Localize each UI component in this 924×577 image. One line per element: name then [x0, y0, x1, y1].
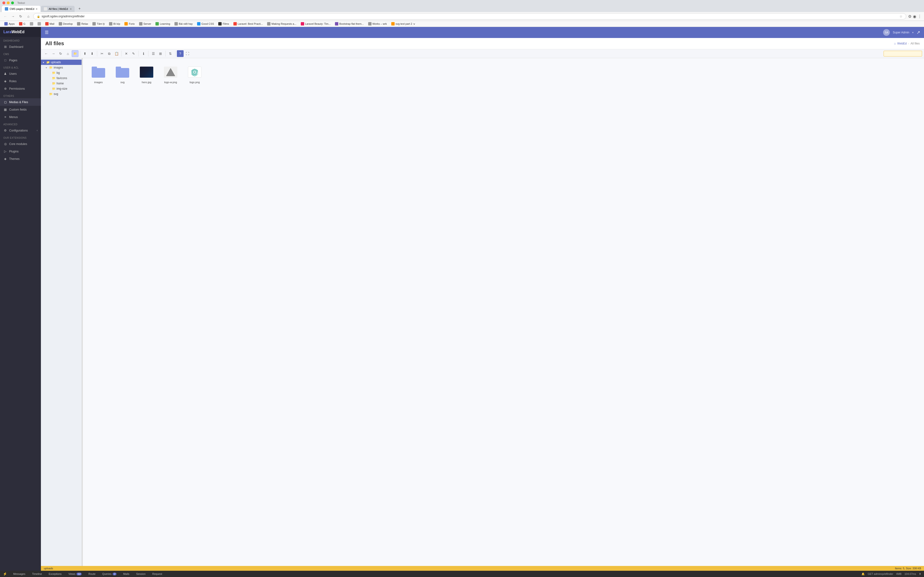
fm-sort-button[interactable]: ⇅ [167, 50, 174, 57]
tree-item-imgsize[interactable]: 📁 img-size [41, 86, 82, 91]
breadcrumb-webed-link[interactable]: WebEd [897, 42, 907, 45]
sidebar-item-pages[interactable]: □ Pages [0, 56, 41, 64]
bookmark-learning[interactable]: Learning [153, 22, 172, 26]
back-button[interactable]: ← [2, 13, 8, 19]
tab-cms-pages[interactable]: CMS pages | WebEd ✕ [2, 6, 40, 12]
sidebar-item-coremodules[interactable]: ◎ Core modules [0, 140, 41, 148]
sidebar-item-configurations[interactable]: ⚙ Configurations ‹ [0, 127, 41, 134]
bk4-icon [37, 22, 41, 26]
bookmark-mail[interactable]: Mail [43, 22, 56, 26]
sidebar-item-customfields[interactable]: ▦ Custom fields [0, 106, 41, 113]
bookmark-g[interactable]: G [17, 22, 27, 26]
maximize-btn[interactable] [11, 2, 14, 4]
fm-copy-button[interactable]: ⧉ [106, 50, 113, 57]
fm-extract-button[interactable]: ⬇ [89, 50, 95, 57]
file-item-hero-jpg[interactable]: hero.jpg [136, 63, 157, 85]
bookmark-bootstrap[interactable]: Bootstrap flat them... [333, 22, 366, 26]
admin-name[interactable]: Super Admin [893, 31, 909, 34]
bookmark-bk3[interactable] [28, 22, 35, 26]
sidebar-item-dashboard[interactable]: ⊞ Dashboard [0, 43, 41, 50]
fm-search-input[interactable] [884, 51, 922, 56]
fm-help-button[interactable]: ? [177, 50, 184, 57]
bookmark-goodcss[interactable]: Good CSS [195, 22, 216, 26]
bookmark-server[interactable]: Server [137, 22, 153, 26]
sidebar-item-users[interactable]: ♟ Users [0, 70, 41, 77]
fm-info-button[interactable]: ℹ [140, 50, 147, 57]
bookmark-laravel1[interactable]: Laravel: Best Practi... [231, 22, 265, 26]
url-bar[interactable]: 🔒 sgsoft.sgdev.org/admincp/elfinder ☆ [33, 13, 906, 19]
fm-home-button[interactable]: ⌂ [65, 50, 71, 57]
debug-messages[interactable]: Messages [12, 572, 27, 576]
share-button[interactable]: ↗ [916, 30, 920, 35]
debug-icons: 🔔 [861, 572, 865, 575]
file-item-logo-png[interactable]: logo.png [184, 63, 205, 85]
fm-fullscreen-button[interactable]: ⛶ [184, 50, 191, 57]
profile-icon[interactable]: ◉ [913, 14, 916, 19]
debug-route[interactable]: Route [87, 572, 97, 576]
sidebar-item-menus[interactable]: ≡ Menus [0, 113, 41, 121]
bookmark-laravelbeauty[interactable]: Laravel Beauty: Tim... [299, 22, 333, 26]
fm-back-button[interactable]: ← [43, 50, 50, 57]
hamburger-button[interactable]: ☰ [45, 30, 48, 35]
minimize-btn[interactable] [7, 2, 10, 4]
fm-rename-button[interactable]: ✎ [130, 50, 137, 57]
bookmark-develop[interactable]: Develop [57, 22, 74, 26]
debug-queries[interactable]: Queries 2 [101, 572, 118, 576]
folder-icon-bg: 📁 [52, 71, 56, 74]
tab-close-2[interactable]: ✕ [70, 8, 72, 10]
bookmark-svgtext[interactable]: svg text part 2 :v [389, 22, 417, 26]
tree-item-images[interactable]: ▾ 📁 images [41, 65, 82, 70]
file-item-logo-w-png[interactable]: logo-w.png [160, 63, 181, 85]
debug-request[interactable]: Request [151, 572, 164, 576]
extensions-icon[interactable]: ⚙ [908, 14, 911, 19]
bookmark-films[interactable]: Films [216, 22, 231, 26]
debug-views[interactable]: Views 12 [67, 572, 83, 576]
fm-newfolder-button[interactable]: 📁 [72, 50, 78, 57]
tree-item-svg[interactable]: 📁 svg [41, 91, 82, 97]
menu-icon[interactable]: ⋮ [918, 14, 922, 19]
fm-delete-button[interactable]: ✕ [123, 50, 130, 57]
close-btn[interactable] [2, 2, 5, 4]
sidebar-item-permissions[interactable]: ⊛ Permissions [0, 85, 41, 92]
sidebar-item-themes[interactable]: ◈ Themes [0, 155, 41, 163]
reload-button[interactable]: ↻ [18, 13, 24, 19]
bookmark-relax[interactable]: Relax [75, 22, 90, 26]
tab-all-files[interactable]: All files | WebEd ✕ [41, 6, 74, 12]
fm-forward-button[interactable]: → [50, 50, 57, 57]
bookmark-bk4[interactable] [36, 22, 43, 26]
tree-item-uploads[interactable]: ▾ 📁 uploads [41, 60, 82, 65]
forward-button[interactable]: → [10, 13, 16, 19]
bookmark-forix[interactable]: Forix [123, 22, 136, 26]
folder-icon-uploads: 📁 [46, 61, 50, 64]
fm-reload-button[interactable]: ↻ [57, 50, 64, 57]
bookmark-icon[interactable]: ☆ [900, 15, 903, 18]
fm-cut-button[interactable]: ✂ [99, 50, 105, 57]
bookmark-baiviet[interactable]: Bài viết hay [173, 22, 195, 26]
sidebar-item-roles[interactable]: ◈ Roles [0, 77, 41, 85]
tree-item-bg[interactable]: 📁 bg [41, 70, 82, 76]
home-button[interactable]: ⌂ [26, 13, 31, 19]
tree-item-home[interactable]: 📁 home [41, 81, 82, 86]
fm-viewicons-button[interactable]: ⊞ [157, 50, 164, 57]
bookmark-works[interactable]: Works – wrk [366, 22, 389, 26]
debug-mails[interactable]: Mails [122, 572, 131, 576]
file-item-svg-folder[interactable]: svg [111, 63, 133, 85]
fm-upload-button[interactable]: ⬆ [82, 50, 88, 57]
debug-session[interactable]: Session [135, 572, 147, 576]
tab-close-1[interactable]: ✕ [36, 8, 37, 10]
bookmark-tamly[interactable]: Tâm lý [90, 22, 107, 26]
debug-expand-icon[interactable]: ⬆ [919, 572, 921, 575]
bookmark-apps[interactable]: Apps [2, 22, 16, 26]
sidebar-item-plugins[interactable]: ▷ Plugins [0, 148, 41, 155]
sidebar-item-medias[interactable]: ◻ Medias & Files [0, 98, 41, 106]
fm-paste-button[interactable]: 📋 [113, 50, 120, 57]
file-item-images[interactable]: images [87, 63, 109, 85]
bookmark-making[interactable]: Making Requests a... [265, 22, 298, 26]
fm-viewlist-button[interactable]: ☰ [150, 50, 157, 57]
debug-exceptions[interactable]: Exceptions [47, 572, 63, 576]
tree-item-favicons[interactable]: 📁 favicons [41, 76, 82, 81]
debug-timeline[interactable]: Timeline [31, 572, 43, 576]
new-tab-button[interactable]: + [76, 5, 83, 12]
admin-dropdown-icon[interactable]: ▾ [912, 31, 914, 34]
bookmark-bikip[interactable]: Bí kíp [107, 22, 122, 26]
